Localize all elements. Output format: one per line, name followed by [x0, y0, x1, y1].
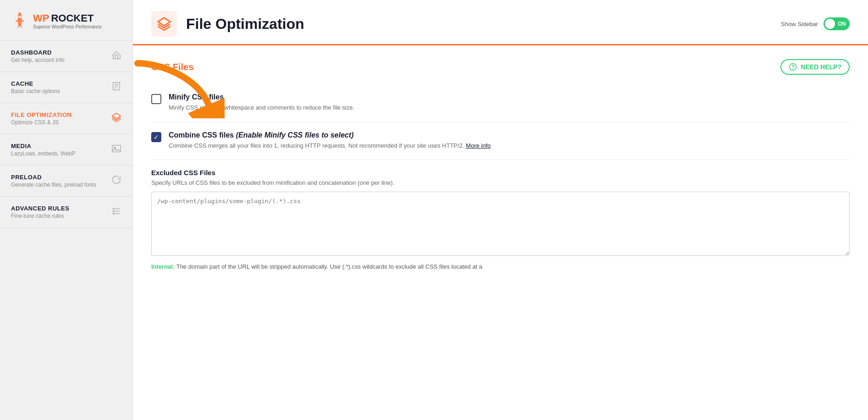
- sidebar-label-preload: PRELOAD: [11, 174, 96, 181]
- sidebar-label-file-optimization: FILE OPTIMIZATION: [11, 111, 71, 118]
- page-icon-box: [151, 11, 177, 37]
- sidebar-item-media[interactable]: MEDIA LazyLoad, embeds, WebP: [0, 134, 132, 166]
- media-icon: [111, 144, 121, 156]
- sidebar-sublabel-preload: Generate cache files, preload fonts: [11, 182, 96, 188]
- combine-css-content: Combine CSS files (Enable Minify CSS fil…: [169, 131, 850, 150]
- sidebar-label-media: MEDIA: [11, 143, 76, 149]
- sidebar-label-cache: CACHE: [11, 80, 60, 87]
- excluded-css-textarea[interactable]: [151, 192, 850, 256]
- logo-rocket: ROCKET: [51, 13, 93, 23]
- wp-rocket-logo-icon: [11, 11, 28, 31]
- home-icon: [111, 50, 121, 62]
- toggle-on-label: ON: [838, 21, 846, 27]
- main-content: File Optimization Show Sidebar ON CSS Fi…: [133, 0, 868, 420]
- combine-css-title: Combine CSS files (Enable Minify CSS fil…: [169, 131, 850, 139]
- excluded-css-description: Specify URLs of CSS files to be excluded…: [151, 179, 850, 186]
- combine-css-row: ✓ Combine CSS files (Enable Minify CSS f…: [151, 122, 850, 160]
- logo-tagline: Superior WordPress Performance: [33, 24, 102, 29]
- logo-wp: WP: [33, 13, 49, 23]
- header-left: File Optimization: [151, 11, 304, 37]
- excluded-css-section: Excluded CSS Files Specify URLs of CSS f…: [151, 160, 850, 281]
- svg-rect-12: [113, 213, 115, 215]
- more-info-link[interactable]: More info: [466, 142, 491, 149]
- page-header: File Optimization Show Sidebar ON: [133, 0, 868, 45]
- section-title: CSS Files: [151, 62, 193, 72]
- internal-note-text: The domain part of the URL will be strip…: [176, 263, 483, 270]
- minify-css-title: Minify CSS files: [169, 93, 850, 101]
- refresh-icon: [111, 175, 121, 187]
- sidebar-navigation: DASHBOARD Get help, account info CACHE B…: [0, 41, 132, 420]
- svg-point-16: [793, 68, 793, 69]
- sidebar-item-advanced-rules[interactable]: ADVANCED RULES Fine-tune cache rules: [0, 197, 132, 228]
- sidebar-sublabel-file-optimization: Optimize CSS & JS: [11, 119, 71, 126]
- sidebar-item-dashboard[interactable]: DASHBOARD Get help, account info: [0, 41, 132, 72]
- sidebar-sublabel-cache: Basic cache options: [11, 88, 60, 94]
- excluded-css-title: Excluded CSS Files: [151, 169, 850, 177]
- combine-css-checkbox[interactable]: ✓: [151, 132, 161, 142]
- content-area: CSS Files NEED HELP?: [133, 45, 868, 420]
- file-optimization-icon: [157, 17, 171, 31]
- need-help-label: NEED HELP?: [801, 63, 841, 71]
- cache-icon: [111, 81, 121, 94]
- svg-rect-10: [113, 210, 115, 212]
- header-right: Show Sidebar ON: [781, 17, 850, 30]
- show-sidebar-label: Show Sidebar: [781, 21, 818, 28]
- combine-css-description: Combine CSS merges all your files into 1…: [169, 141, 850, 150]
- sidebar-sublabel-media: LazyLoad, embeds, WebP: [11, 150, 76, 157]
- combine-css-title-text: Combine CSS files: [169, 131, 236, 139]
- toggle-knob: [825, 19, 835, 29]
- sidebar-sublabel-dashboard: Get help, account info: [11, 57, 65, 63]
- show-sidebar-toggle[interactable]: ON: [824, 17, 850, 30]
- svg-point-0: [18, 16, 21, 18]
- need-help-button[interactable]: NEED HELP?: [780, 59, 850, 75]
- sidebar-item-cache[interactable]: CACHE Basic cache options: [0, 72, 132, 103]
- help-icon: [789, 63, 797, 71]
- sidebar-item-preload[interactable]: PRELOAD Generate cache files, preload fo…: [0, 166, 132, 197]
- sidebar-label-dashboard: DASHBOARD: [11, 49, 65, 56]
- section-header: CSS Files NEED HELP?: [151, 59, 850, 75]
- minify-css-row: Minify CSS files Minify CSS removes whit…: [151, 84, 850, 122]
- sidebar-label-advanced-rules: ADVANCED RULES: [11, 205, 69, 212]
- svg-rect-8: [113, 208, 115, 210]
- logo-text: WP ROCKET Superior WordPress Performance: [33, 13, 102, 29]
- combine-css-title-italic: (Enable Minify CSS files to select): [236, 131, 354, 139]
- page-title: File Optimization: [186, 16, 304, 33]
- sidebar-sublabel-advanced-rules: Fine-tune cache rules: [11, 213, 69, 219]
- svg-rect-6: [112, 145, 121, 152]
- layers-icon: [111, 112, 121, 125]
- internal-note: Internal: The domain part of the URL wil…: [151, 262, 850, 271]
- minify-css-description: Minify CSS removes whitespace and commen…: [169, 103, 850, 112]
- logo-area: WP ROCKET Superior WordPress Performance: [0, 0, 132, 41]
- sidebar-item-file-optimization[interactable]: FILE OPTIMIZATION Optimize CSS & JS: [0, 103, 132, 134]
- rules-icon: [111, 206, 121, 218]
- sidebar: WP ROCKET Superior WordPress Performance…: [0, 0, 133, 420]
- internal-note-label: Internal:: [151, 263, 175, 270]
- minify-css-content: Minify CSS files Minify CSS removes whit…: [169, 93, 850, 112]
- minify-css-checkbox[interactable]: [151, 94, 161, 104]
